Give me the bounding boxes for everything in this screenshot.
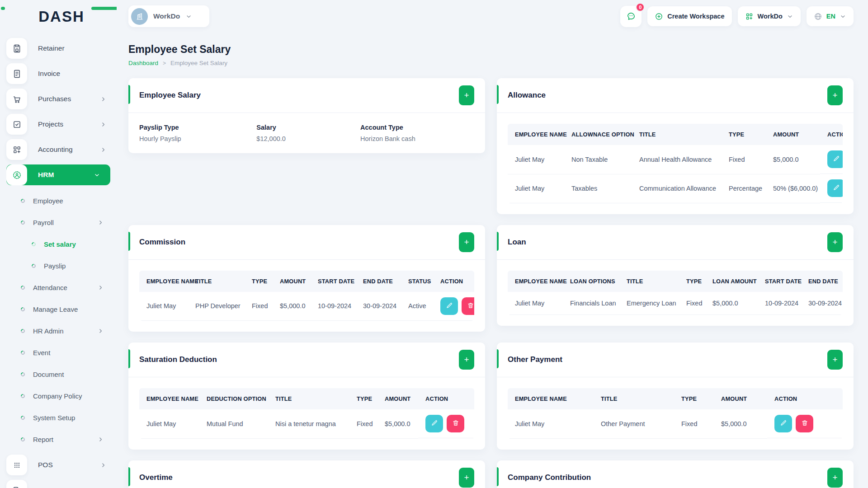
card-header: Saturation Deduction + — [128, 343, 485, 377]
sidebar-bottom-menu: POSCRM — [6, 455, 117, 488]
delete-button[interactable] — [462, 297, 474, 315]
sidebar-item-purchases[interactable]: Purchases — [6, 89, 117, 109]
card-title: Loan — [508, 238, 526, 247]
sidebar-item-employee[interactable]: Employee — [6, 190, 117, 211]
field-label: Salary — [256, 124, 360, 131]
sidebar-item-label: Event — [33, 349, 117, 357]
sidebar-item-manage-leave[interactable]: Manage Leave — [6, 298, 117, 320]
bullet-icon — [20, 415, 26, 421]
pencil-icon — [833, 184, 840, 192]
edit-button[interactable] — [827, 179, 843, 197]
pencil-icon — [446, 302, 453, 310]
column-header-action: ACTION — [767, 388, 843, 409]
sidebar-item-crm[interactable]: CRM — [6, 480, 117, 488]
sidebar-item-hrm[interactable]: HRM — [6, 164, 110, 185]
create-workspace-label: Create Workspace — [667, 13, 724, 20]
table-cell: Annual Health Allowance — [632, 145, 722, 174]
crm-icon — [6, 480, 27, 488]
table-cell: Taxables — [564, 174, 632, 203]
language-selector[interactable]: EN — [807, 6, 854, 26]
sidebar-item-event[interactable]: Event — [6, 342, 117, 363]
data-table: EMPLOYEE NAMETITLETYPEAMOUNTSTART DATEEN… — [139, 271, 474, 321]
column-header-title: TITLE — [594, 388, 674, 409]
sidebar-item-set-salary[interactable]: Set salary — [6, 233, 117, 255]
edit-button[interactable] — [827, 150, 843, 168]
field-payslip-type: Payslip TypeHourly Payslip — [139, 124, 256, 142]
sidebar-item-payroll[interactable]: Payroll — [6, 211, 117, 233]
sidebar-item-hr-admin[interactable]: HR Admin — [6, 320, 117, 342]
column-header-amount: AMOUNT — [377, 388, 418, 409]
edit-button[interactable] — [440, 297, 458, 315]
column-header-employee-name: EMPLOYEE NAME — [508, 388, 594, 409]
add-button[interactable]: + — [459, 85, 474, 105]
add-button[interactable]: + — [827, 85, 843, 105]
table-cell: Communication Allowance — [632, 174, 722, 203]
sidebar-item-label: Manage Leave — [33, 305, 117, 313]
card-accent — [128, 349, 130, 368]
table-cell: 50% ($6,000.0) — [766, 174, 820, 203]
sidebar-item-label: Purchases — [38, 95, 100, 103]
sidebar-item-invoice[interactable]: Invoice — [6, 63, 117, 84]
create-workspace-button[interactable]: Create Workspace — [647, 6, 731, 26]
sidebar-item-document[interactable]: Document — [6, 363, 117, 385]
chevron-down-icon — [185, 13, 192, 20]
add-button[interactable]: + — [459, 468, 474, 488]
add-button[interactable]: + — [827, 232, 843, 252]
table-cell: Fixed — [674, 409, 714, 438]
logo-accent-bar — [91, 7, 117, 10]
card-title: Employee Salary — [139, 91, 201, 100]
workspace-selector[interactable]: WorkDo — [128, 5, 209, 27]
workdo-menu-button[interactable]: WorkDo — [738, 6, 801, 26]
table-cell: Juliet May — [508, 145, 564, 174]
field-account-type: Account TypeHorizon Bank cash — [360, 124, 474, 142]
column-header-title: TITLE — [268, 388, 349, 409]
breadcrumb-dashboard-link[interactable]: Dashboard — [128, 60, 158, 66]
bullet-icon — [20, 306, 26, 312]
sidebar-item-system-setup[interactable]: System Setup — [6, 407, 117, 428]
card-accent — [128, 85, 130, 104]
column-header-title: TITLE — [188, 271, 245, 292]
edit-button[interactable] — [425, 415, 443, 432]
edit-button[interactable] — [774, 415, 792, 432]
column-header-type: TYPE — [679, 271, 705, 292]
sidebar-item-pos[interactable]: POS — [6, 455, 117, 475]
column-header-action: ACTION — [820, 124, 843, 145]
messages-button[interactable]: 0 — [620, 6, 642, 27]
sidebar-item-label: Invoice — [38, 70, 117, 78]
globe-icon — [814, 12, 822, 21]
sidebar-item-report[interactable]: Report — [6, 428, 117, 450]
column-header-amount: AMOUNT — [766, 124, 820, 145]
cards-grid: Employee Salary + Payslip TypeHourly Pay… — [128, 78, 854, 488]
other-payment-card: Other Payment + EMPLOYEE NAMETITLETYPEAM… — [497, 343, 854, 450]
add-button[interactable]: + — [459, 350, 474, 370]
sidebar-item-accounting[interactable]: Accounting — [6, 139, 117, 160]
company-contribution-card: Company Contribution + — [497, 460, 854, 488]
bullet-icon — [31, 241, 37, 247]
add-button[interactable]: + — [827, 468, 843, 488]
column-header-deduction-option: DEDUCTION OPTION — [199, 388, 268, 409]
table-cell: 30-09-2024 — [801, 292, 843, 315]
sidebar-item-payslip[interactable]: Payslip — [6, 255, 117, 277]
sidebar-item-attendance[interactable]: Attendance — [6, 277, 117, 298]
card-accent — [128, 232, 130, 251]
column-header-allownace-option: ALLOWNACE OPTION — [564, 124, 632, 145]
table-cell: Juliet May — [139, 409, 199, 438]
card-title: Company Contribution — [508, 473, 591, 482]
table-cell: $5,000.0 — [377, 409, 418, 438]
breadcrumb-separator: > — [163, 60, 166, 66]
card-title: Saturation Deduction — [139, 355, 217, 364]
sidebar-item-projects[interactable]: Projects — [6, 114, 117, 135]
table-cell: Juliet May — [508, 174, 564, 203]
sidebar-item-label: System Setup — [33, 414, 117, 422]
logo-text: DASH — [38, 8, 85, 25]
chevron-right-icon — [100, 462, 107, 469]
delete-button[interactable] — [796, 415, 813, 432]
bullet-icon — [20, 393, 26, 399]
add-button[interactable]: + — [827, 350, 843, 370]
sidebar-item-label: Report — [33, 436, 97, 443]
sidebar-item-retainer[interactable]: Retainer — [6, 38, 117, 59]
delete-button[interactable] — [447, 415, 464, 432]
add-button[interactable]: + — [459, 232, 474, 252]
sidebar-item-company-policy[interactable]: Company Policy — [6, 385, 117, 407]
sidebar-item-label: Payroll — [33, 219, 97, 226]
